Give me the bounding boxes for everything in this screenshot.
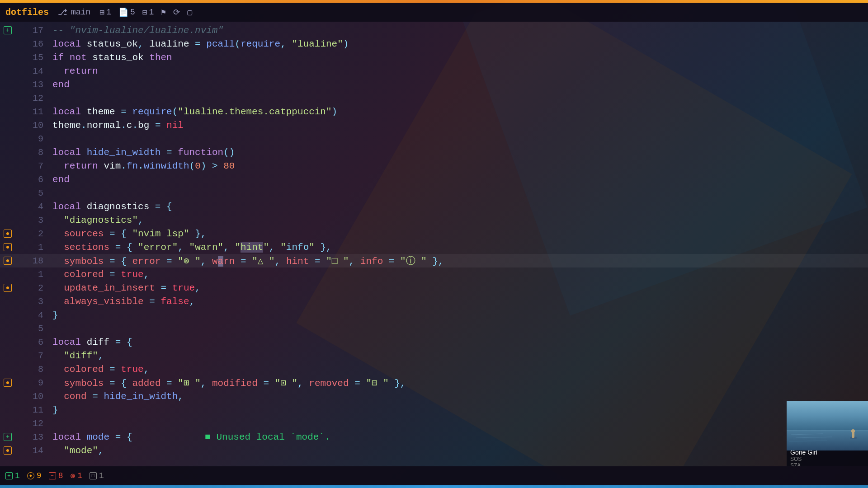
line-num-12: 12 (31, 93, 43, 103)
line-content-14: return (52, 66, 98, 76)
gutter-17: + (4, 26, 31, 34)
table-row: 7 return vim.fn.winwidth(0) > 80 (0, 159, 868, 173)
table-row: + 13 local mode = { ■ Unused local `mode… (0, 430, 868, 444)
bottom-accent-bar (0, 485, 868, 488)
tab-sync-icon[interactable]: ⟳ (173, 7, 180, 17)
line-content-2b: update_in_insert = true, (52, 283, 201, 293)
line-num-12b: 12 (31, 418, 43, 429)
table-row: 10 theme.normal.c.bg = nil (0, 118, 868, 132)
tab-flag-icon[interactable]: ⚑ (161, 7, 166, 17)
table-row: 5 (0, 322, 868, 335)
line-num-11b: 11 (31, 405, 43, 415)
gutter-icon-modified: ● (4, 243, 12, 251)
line-content-16: local status_ok, lualine = pcall(require… (52, 39, 349, 49)
line-num-4: 4 (31, 202, 43, 212)
table-row: 16 local status_ok, lualine = pcall(requ… (0, 37, 868, 51)
line-content-3b: always_visible = false, (52, 296, 195, 307)
line-content-6: end (52, 174, 70, 185)
status-hint-icon: □ (90, 472, 97, 479)
line-num-13b: 13 (31, 432, 43, 442)
line-content-13b: local mode = { ■ Unused local `mode`. (52, 432, 330, 442)
status-hint-count: 1 (99, 471, 104, 480)
line-num-5b: 5 (31, 324, 43, 334)
tab-file-count: 📄 5 (118, 7, 135, 17)
tabbar: dotfiles ⎇ main ⊞ 1 📄 5 ⊟ 1 ⚑ ⟳ ▢ (0, 3, 868, 22)
table-row: 12 (0, 91, 868, 105)
line-content-15: if not status_ok then (52, 52, 172, 63)
tab-terminal-icon[interactable]: ▢ (187, 7, 192, 17)
line-content-11: local theme = require("lualine.themes.ca… (52, 107, 337, 117)
gutter-14b: ● (4, 446, 31, 455)
table-row: 3 always_visible = false, (0, 295, 868, 308)
song-artist: SOS (790, 456, 864, 462)
code-area: + 17 -- "nvim-lualine/lualine.nvim" 16 l… (0, 22, 868, 459)
table-row: 11 } (0, 403, 868, 417)
table-row: 4 } (0, 308, 868, 322)
line-num-7: 7 (31, 161, 43, 171)
gutter-icon-modified: ● (4, 379, 12, 387)
status-removed-count: 8 (58, 471, 63, 480)
line-num-14b: 14 (31, 446, 43, 456)
table-row: 15 if not status_ok then (0, 51, 868, 64)
line-num-8b: 8 (31, 364, 43, 375)
status-error: ⊗ 1 (70, 471, 82, 481)
line-num-6: 6 (31, 174, 43, 185)
gutter-icon-modified: ● (4, 257, 12, 265)
line-num-6b: 6 (31, 337, 43, 347)
branch-info: ⎇ main (58, 7, 90, 17)
gutter-icon-added: + (4, 26, 12, 34)
line-num-18: 18 (31, 256, 43, 266)
line-content-4b: } (52, 310, 58, 320)
table-row: 6 local diff = { (0, 335, 868, 349)
table-row: 4 local diagnostics = { (0, 200, 868, 213)
line-num-17: 17 (31, 25, 43, 36)
status-added: + 1 (5, 471, 20, 480)
svg-rect-0 (787, 401, 868, 430)
line-content-8b: colored = true, (52, 364, 149, 375)
editor-area: + 17 -- "nvim-lualine/lualine.nvim" 16 l… (0, 22, 868, 466)
statusbar: + 1 ● 9 − 8 ⊗ 1 □ 1 (0, 466, 868, 485)
line-num-10: 10 (31, 120, 43, 131)
table-row: 14 return (0, 64, 868, 78)
status-added-icon: + (5, 472, 13, 479)
table-row: ● 2 sources = { "nvim_lsp" }, (0, 227, 868, 240)
line-content-4: local diagnostics = { (52, 202, 172, 212)
gutter-icon-added: + (4, 433, 12, 441)
gutter-9b: ● (4, 379, 31, 387)
status-error-icon: ⊗ (70, 471, 75, 481)
line-num-2a: 2 (31, 229, 43, 239)
song-label: SZA (790, 462, 864, 467)
changes-tab-icon: ⊟ (142, 7, 147, 17)
player-info: Gone Girl SOS SZA (787, 450, 868, 466)
line-num-14: 14 (31, 66, 43, 76)
table-row: 11 local theme = require("lualine.themes… (0, 105, 868, 118)
branch-icon: ⎇ (58, 7, 67, 17)
line-content-1a: sections = { "error", "warn", "hint", "i… (52, 242, 332, 253)
table-row: 9 (0, 132, 868, 145)
line-num-9: 9 (31, 134, 43, 144)
table-row: 5 (0, 186, 868, 200)
gutter-2b: ● (4, 284, 31, 292)
tab-icons: ⊞ 1 📄 5 ⊟ 1 ⚑ ⟳ ▢ (99, 7, 192, 17)
album-art (787, 401, 868, 450)
gutter-13b: + (4, 433, 31, 441)
table-row: 6 end (0, 173, 868, 186)
table-row: 13 end (0, 78, 868, 91)
branch-name: main (71, 8, 90, 17)
top-accent-bar (0, 0, 868, 3)
status-removed: − 8 (49, 471, 63, 480)
line-num-2b: 2 (31, 283, 43, 293)
table-row: ● 14 "mode", (0, 444, 868, 457)
status-error-count: 1 (77, 471, 82, 480)
branch-tab-count: 1 (106, 8, 111, 17)
line-content-14b: "mode", (52, 446, 104, 456)
line-num-3: 3 (31, 215, 43, 225)
table-row: 10 cond = hide_in_width, (0, 389, 868, 403)
gutter-icon-modified: ● (4, 284, 12, 292)
mini-player: Gone Girl SOS SZA (787, 401, 868, 466)
line-content-10: theme.normal.c.bg = nil (52, 120, 184, 131)
line-content-13: end (52, 80, 70, 90)
line-content-18: symbols = { error = "⊗ ", warn = "△ ", h… (52, 254, 444, 267)
inline-warning: ■ Unused local `mode`. (205, 432, 330, 442)
file-tab-count: 5 (130, 8, 135, 17)
